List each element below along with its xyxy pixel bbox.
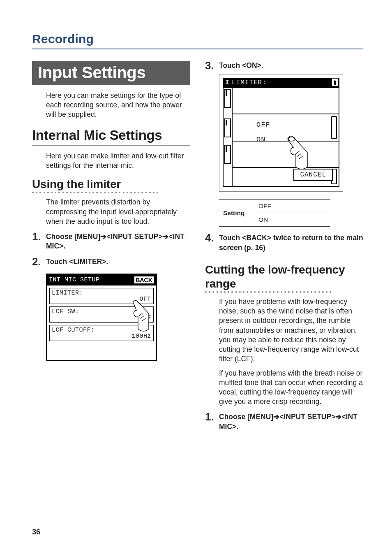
settings-table: Setting OFF ON [219, 199, 330, 227]
step-2-text: Touch <LIMITER>. [46, 257, 108, 267]
dotted-rule [205, 291, 363, 293]
step-1-text: Choose [MENU]➔<INPUT SETUP>➔<INT MIC>. [46, 232, 190, 251]
lcd2-scroll-up-icon[interactable] [332, 79, 338, 86]
lcd2-scroll-knob[interactable] [331, 116, 337, 139]
h3-low-freq-line2: range [205, 277, 363, 290]
h3-low-freq-line1: Cutting the low-frequency [205, 263, 363, 276]
lcd2-left-indicators [224, 88, 233, 186]
lcd2-indicator-icon [224, 145, 231, 164]
settings-label: Setting [219, 200, 254, 227]
step-2-number: 2 [32, 256, 46, 267]
settings-value-on: ON [254, 213, 330, 227]
lcd2-option-off[interactable]: OFF [256, 121, 270, 129]
step-4-text: Touch <BACK> twice to return to the main… [219, 233, 363, 253]
settings-value-off: OFF [254, 200, 330, 213]
h3b-body-2: If you have problems with the breath noi… [219, 369, 363, 406]
pointing-hand-icon [130, 297, 159, 334]
lcd2-title: LIMITER: [232, 79, 267, 86]
pointing-hand-icon [285, 134, 318, 171]
step-1b-number: 1 [205, 411, 219, 422]
lcd2-indicator-icon [224, 118, 231, 137]
lcd2-indicator-icon [224, 89, 231, 108]
h3-body: The limiter prevents distortion by compr… [46, 197, 190, 226]
lcd2-option-on[interactable]: ON [256, 136, 265, 144]
h2-body: Here you can make limiter and low-cut fi… [46, 151, 190, 170]
lcd1-title: INT MIC SETUP [49, 276, 100, 283]
lcd1-titlebar: INT MIC SETUP BACK [47, 274, 156, 285]
step-3: 3 Touch <ON>. [205, 61, 363, 72]
step-2: 2 Touch <LIMITER>. [32, 257, 190, 268]
lcd-screen-1: INT MIC SETUP BACK LIMITER: OFF LCF SW: … [46, 274, 157, 361]
page-number: 36 [32, 528, 40, 536]
h1-input-settings: Input Settings [32, 61, 190, 85]
step-3-text: Touch <ON>. [219, 61, 263, 71]
right-column: 3 Touch <ON>. I LIMITER: [205, 61, 363, 434]
h1-text: Input Settings [38, 63, 145, 81]
step-4: 4 Touch <BACK> twice to return to the ma… [205, 233, 363, 253]
step-4-number: 4 [205, 232, 219, 243]
lcd1-body: LIMITER: OFF LCF SW: OFF LCF CUTOFF: 100… [47, 285, 156, 360]
h3b-body-1: If you have problems with low-frequency … [219, 297, 363, 364]
h2-internal-mic: Internal Mic Settings [32, 128, 190, 146]
figure-int-mic-setup: INT MIC SETUP BACK LIMITER: OFF LCF SW: … [46, 274, 190, 361]
lcd2-titlebar: I LIMITER: [223, 78, 339, 88]
left-column: Input Settings Here you can make setting… [32, 61, 190, 434]
step-1b: 1 Choose [MENU]➔<INPUT SETUP>➔<INT MIC>. [205, 412, 363, 432]
figure-limiter-popup: I LIMITER: OFF ON [219, 74, 343, 192]
h3-using-limiter: Using the limiter [32, 178, 190, 191]
step-1b-text: Choose [MENU]➔<INPUT SETUP>➔<INT MIC>. [219, 412, 363, 432]
step-1: 1 Choose [MENU]➔<INPUT SETUP>➔<INT MIC>. [32, 232, 190, 251]
lcd2-body: OFF ON CANCEL [223, 88, 339, 187]
breadcrumb-rule [32, 49, 363, 49]
step-3-number: 3 [205, 60, 219, 71]
page: Recording Input Settings Here you can ma… [0, 0, 392, 557]
h1-intro: Here you can make settings for the type … [46, 91, 190, 119]
dotted-rule [32, 192, 190, 193]
lcd-screen-2: I LIMITER: OFF ON [223, 78, 339, 188]
step-1-number: 1 [32, 231, 46, 242]
lcd1-back-button[interactable]: BACK [134, 276, 154, 284]
breadcrumb: Recording [32, 32, 363, 46]
columns: Input Settings Here you can make setting… [32, 61, 363, 434]
lcd2-divider [233, 114, 339, 114]
lcd2-ibar-icon: I [225, 79, 230, 86]
